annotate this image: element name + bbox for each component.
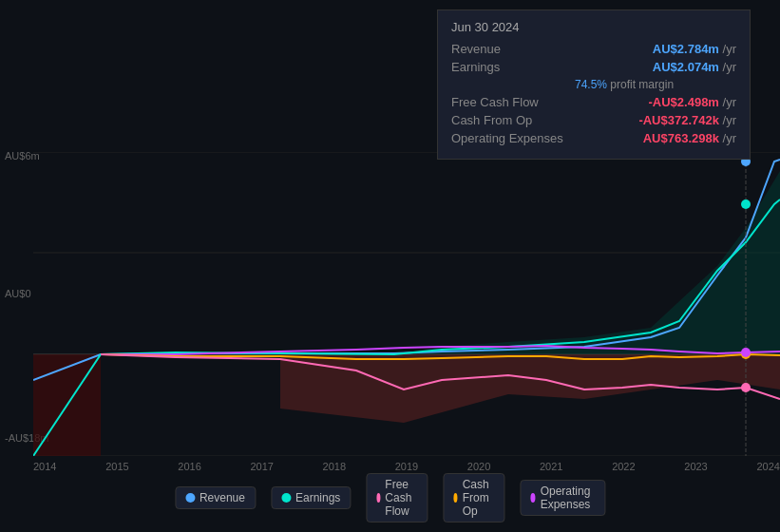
- opex-dot: [530, 493, 535, 503]
- tooltip-box: Jun 30 2024 Revenue AU$2.784m /yr Earnin…: [437, 10, 751, 160]
- tooltip-cashfromop-row: Cash From Op -AU$372.742k /yr: [451, 113, 736, 127]
- x-label-2022: 2022: [612, 461, 635, 472]
- x-label-2016: 2016: [178, 461, 200, 472]
- legend-revenue-label: Revenue: [200, 491, 245, 504]
- x-label-2020: 2020: [467, 461, 490, 472]
- tooltip-opex-label: Operating Expenses: [451, 131, 575, 145]
- tooltip-cashfromop-value: -AU$372.742k /yr: [638, 113, 736, 127]
- earnings-area: [101, 171, 780, 354]
- legend: Revenue Earnings Free Cash Flow Cash Fro…: [175, 473, 605, 522]
- tooltip-revenue-row: Revenue AU$2.784m /yr: [451, 42, 736, 56]
- x-label-2015: 2015: [105, 461, 128, 472]
- legend-cashfromop-label: Cash From Op: [463, 478, 495, 518]
- x-label-2018: 2018: [323, 461, 346, 472]
- x-label-2019: 2019: [395, 461, 418, 472]
- legend-revenue[interactable]: Revenue: [175, 486, 256, 509]
- cashfromop-dot: [453, 493, 457, 503]
- main-chart-svg: [33, 152, 780, 456]
- legend-fcf[interactable]: Free Cash Flow: [366, 473, 428, 522]
- tooltip-margin-row: 74.5% profit margin: [451, 78, 736, 91]
- x-label-2014: 2014: [33, 461, 56, 472]
- tooltip-opex-value: AU$763.298k /yr: [643, 131, 736, 145]
- tooltip-fcf-value: -AU$2.498m /yr: [649, 95, 737, 109]
- tooltip-opex-row: Operating Expenses AU$763.298k /yr: [451, 131, 736, 145]
- tooltip-earnings-value: AU$2.074m /yr: [653, 60, 736, 74]
- legend-opex[interactable]: Operating Expenses: [520, 480, 605, 516]
- legend-cashfromop[interactable]: Cash From Op: [443, 473, 504, 522]
- legend-opex-label: Operating Expenses: [541, 484, 595, 511]
- x-label-2024: 2024: [756, 461, 779, 472]
- svg-point-7: [741, 200, 751, 209]
- tooltip-fcf-row: Free Cash Flow -AU$2.498m /yr: [451, 95, 736, 109]
- earnings-dot: [281, 493, 291, 503]
- y-label-0: AU$0: [5, 288, 31, 299]
- tooltip-fcf-label: Free Cash Flow: [451, 95, 575, 109]
- x-label-2021: 2021: [540, 461, 562, 472]
- tooltip-margin-value: 74.5% profit margin: [575, 78, 674, 91]
- svg-point-8: [741, 383, 751, 392]
- legend-earnings-label: Earnings: [295, 491, 340, 504]
- revenue-dot: [185, 493, 195, 503]
- x-label-2017: 2017: [250, 461, 273, 472]
- svg-point-10: [741, 348, 751, 357]
- x-label-2023: 2023: [684, 461, 707, 472]
- x-axis: 2014 2015 2016 2017 2018 2019 2020 2021 …: [33, 461, 780, 472]
- tooltip-revenue-value: AU$2.784m /yr: [653, 42, 736, 56]
- tooltip-cashfromop-label: Cash From Op: [451, 113, 575, 127]
- tooltip-title: Jun 30 2024: [451, 20, 736, 34]
- chart-container: Jun 30 2024 Revenue AU$2.784m /yr Earnin…: [0, 0, 780, 532]
- tooltip-earnings-label: Earnings: [451, 60, 575, 74]
- legend-fcf-label: Free Cash Flow: [385, 478, 417, 518]
- tooltip-earnings-row: Earnings AU$2.074m /yr: [451, 60, 736, 74]
- tooltip-revenue-label: Revenue: [451, 42, 575, 56]
- fcf-dot: [376, 493, 380, 503]
- legend-earnings[interactable]: Earnings: [271, 486, 351, 509]
